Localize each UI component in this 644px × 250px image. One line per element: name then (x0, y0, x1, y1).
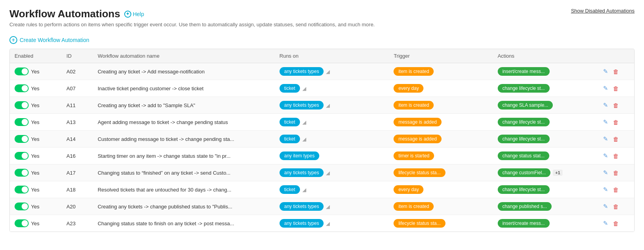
toggle-switch[interactable] (15, 135, 29, 143)
actions-cell: change SLA sample... (493, 97, 597, 114)
runs-on-cell: any tickets types◢ (275, 215, 389, 232)
id-cell: A23 (62, 215, 93, 232)
toggle-switch[interactable] (15, 186, 29, 193)
delete-button[interactable]: 🗑 (611, 84, 620, 93)
delete-button[interactable]: 🗑 (611, 219, 620, 228)
delete-button[interactable]: 🗑 (611, 118, 620, 126)
edit-button[interactable]: ✎ (602, 202, 610, 211)
enabled-label: Yes (31, 204, 39, 210)
toggle-switch[interactable] (15, 203, 29, 210)
trigger-badge: timer is started (394, 151, 434, 160)
row-buttons-cell: ✎ 🗑 (597, 148, 634, 164)
edit-button[interactable]: ✎ (602, 168, 610, 177)
page-container: Workflow Automations ✦ Help Create rules… (0, 0, 644, 240)
col-header-trigger: Trigger (389, 49, 493, 63)
name-cell: Starting timer on any item -> change sta… (93, 148, 274, 164)
edit-button[interactable]: ✎ (602, 135, 610, 143)
help-icon: ✦ (124, 11, 131, 18)
filter-icon[interactable]: ◢ (302, 86, 306, 91)
delete-button[interactable]: 🗑 (611, 186, 620, 194)
table-row: Yes A16Starting timer on any item -> cha… (10, 148, 634, 164)
delete-button[interactable]: 🗑 (611, 101, 620, 109)
trigger-cell: every day (389, 181, 493, 198)
actions-cell: change lifecycle st... (493, 80, 597, 97)
table-row: Yes A20Creating any tickets -> change pu… (10, 198, 634, 215)
runs-on-badge: ticket (280, 135, 300, 143)
edit-button[interactable]: ✎ (602, 67, 610, 76)
name-cell: Customer adding message to ticket -> cha… (93, 131, 274, 148)
enabled-label: Yes (31, 221, 39, 226)
id-cell: A11 (62, 97, 93, 114)
actions-cell: change lifecycle st... (493, 181, 597, 198)
row-buttons-cell: ✎ 🗑 (597, 131, 634, 148)
trigger-cell: message is added (389, 131, 493, 148)
row-buttons-cell: ✎ 🗑 (597, 215, 634, 232)
help-link[interactable]: ✦ Help (124, 11, 144, 18)
filter-icon[interactable]: ◢ (326, 69, 330, 75)
edit-button[interactable]: ✎ (602, 151, 610, 160)
col-header-enabled: Enabled (10, 49, 62, 63)
edit-button[interactable]: ✎ (602, 84, 610, 93)
enabled-cell: Yes (10, 164, 62, 181)
delete-button[interactable]: 🗑 (611, 169, 620, 177)
toggle-switch[interactable] (15, 219, 29, 227)
id-cell: A18 (62, 181, 93, 198)
filter-icon[interactable]: ◢ (302, 119, 306, 125)
toggle-switch[interactable] (15, 84, 29, 92)
trigger-cell: item is created (389, 97, 493, 114)
edit-button[interactable]: ✎ (602, 101, 610, 109)
col-header-actions: Actions (493, 49, 597, 63)
filter-icon[interactable]: ◢ (326, 204, 330, 210)
row-buttons-cell: ✎ 🗑 (597, 97, 634, 114)
filter-icon[interactable]: ◢ (326, 102, 330, 108)
enabled-cell: Yes (10, 198, 62, 215)
enabled-cell: Yes (10, 97, 62, 114)
id-cell: A14 (62, 131, 93, 148)
filter-icon[interactable]: ◢ (326, 170, 330, 176)
name-cell: Changing status state to finish on any t… (93, 215, 274, 232)
edit-button[interactable]: ✎ (602, 185, 610, 194)
enabled-cell: Yes (10, 215, 62, 232)
table-row: Yes A18Resolved tickets that are untouch… (10, 181, 634, 198)
name-cell: Changing status to “finished” on any tic… (93, 164, 274, 181)
table-row: Yes A02Creating any ticket -> Add messag… (10, 63, 634, 80)
enabled-label: Yes (31, 119, 39, 125)
table-row: Yes A07Inactive ticket pending customer … (10, 80, 634, 97)
enabled-label: Yes (31, 102, 39, 108)
enabled-label: Yes (31, 86, 39, 91)
runs-on-badge: any tickets types (280, 67, 324, 76)
delete-button[interactable]: 🗑 (611, 203, 620, 211)
delete-button[interactable]: 🗑 (611, 135, 620, 143)
toggle-switch[interactable] (15, 169, 29, 177)
name-cell: Creating any tickets -> change published… (93, 198, 274, 215)
actions-cell: change lifecycle st... (493, 131, 597, 148)
toggle-switch[interactable] (15, 101, 29, 109)
enabled-cell: Yes (10, 63, 62, 80)
edit-button[interactable]: ✎ (602, 219, 610, 228)
toggle-switch[interactable] (15, 152, 29, 160)
table-row: Yes A13Agent adding message to ticket ->… (10, 114, 634, 131)
actions-cell: change published s... (493, 198, 597, 215)
delete-button[interactable]: 🗑 (611, 152, 620, 160)
runs-on-badge: ticket (280, 118, 300, 126)
row-buttons-cell: ✎ 🗑 (597, 114, 634, 131)
enabled-cell: Yes (10, 80, 62, 97)
filter-icon[interactable]: ◢ (326, 221, 330, 226)
trigger-cell: lifecycle status sta... (389, 164, 493, 181)
extra-actions-badge: +1 (553, 170, 563, 176)
id-cell: A20 (62, 198, 93, 215)
create-workflow-button[interactable]: + Create Workflow Automation (9, 36, 89, 44)
delete-button[interactable]: 🗑 (611, 68, 620, 76)
filter-icon[interactable]: ◢ (302, 187, 306, 193)
automations-table: Enabled ID Workflow automation name Runs… (10, 49, 634, 232)
edit-button[interactable]: ✎ (602, 118, 610, 126)
filter-icon[interactable]: ◢ (302, 136, 306, 142)
trigger-cell: timer is started (389, 148, 493, 164)
toggle-switch[interactable] (15, 118, 29, 126)
action-badge: change customFiel... (498, 168, 551, 177)
show-disabled-button[interactable]: Show Disabled Automations (571, 8, 635, 14)
trigger-badge: item is created (394, 101, 434, 109)
col-header-id: ID (62, 49, 93, 63)
runs-on-cell: any tickets types◢ (275, 198, 389, 215)
toggle-switch[interactable] (15, 68, 29, 75)
